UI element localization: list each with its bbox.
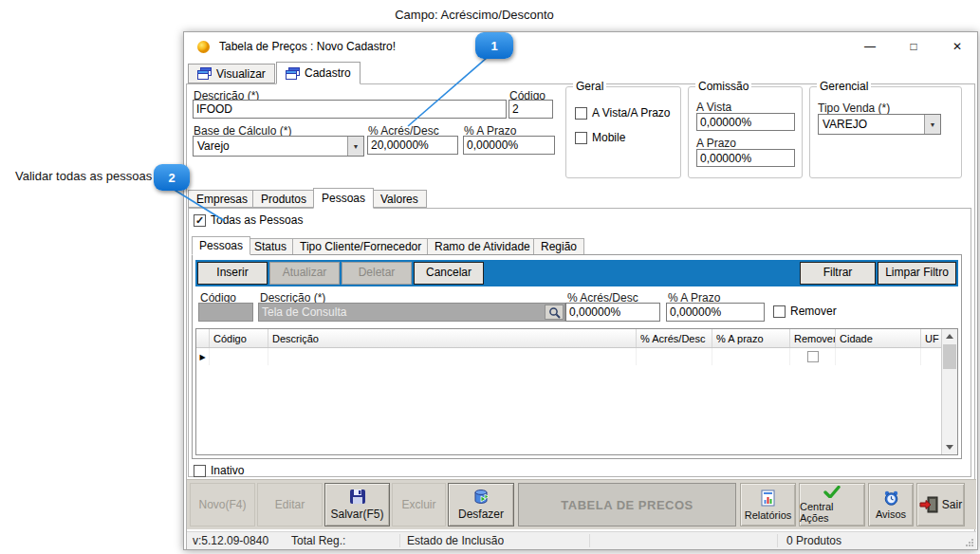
status-bar: v:5.12.09-0840 Total Reg.: Estado de Inc… (187, 531, 976, 549)
tab-visualizar[interactable]: Visualizar (188, 64, 275, 83)
subtab-tipo-cliente-fornecedor[interactable]: Tipo Cliente/Fornecedor (292, 238, 429, 255)
deletar-button[interactable]: Deletar (342, 262, 412, 285)
tipo-venda-value: VAREJO (819, 118, 924, 131)
todas-pessoas-checkbox[interactable]: ✓ Todas as Pessoas (194, 213, 303, 227)
filtrar-button[interactable]: Filtrar (800, 262, 876, 285)
search-button[interactable] (545, 305, 564, 320)
salvar-label: Salvar(F5) (330, 508, 383, 521)
minimize-button[interactable]: — (848, 32, 892, 61)
subtab-ramo-atividade[interactable]: Ramo de Atividade (427, 238, 538, 255)
titlebar: Tabela de Preços : Novo Cadastro! — □ ✕ (184, 32, 977, 61)
tab-empresas[interactable]: Empresas (188, 190, 256, 208)
cell-descricao (268, 348, 637, 365)
checkbox-checked-box[interactable]: ✓ (194, 214, 206, 227)
search-icon (548, 306, 561, 319)
form-icon (197, 67, 212, 80)
limpar-filtro-button[interactable]: Limpar Filtro (878, 262, 956, 285)
scrollbar-thumb[interactable] (943, 344, 956, 369)
cancelar-button[interactable]: Cancelar (414, 262, 484, 285)
maximize-button[interactable]: □ (892, 32, 935, 61)
app-icon (196, 40, 211, 54)
cell-a-prazo (712, 348, 790, 365)
salvar-button[interactable]: Salvar(F5) (324, 483, 390, 526)
grid-header-descricao[interactable]: Descrição (268, 329, 637, 347)
tab-produtos[interactable]: Produtos (252, 190, 315, 208)
grid-header-a-prazo[interactable]: % A prazo (712, 329, 790, 347)
status-separator (589, 534, 590, 547)
grid-header-codigo[interactable]: Código (210, 329, 268, 347)
checkbox-box[interactable] (194, 465, 206, 477)
chevron-down-icon[interactable]: ▼ (347, 137, 363, 156)
tab-cadastro-label: Cadastro (305, 66, 351, 80)
crud-descricao-input[interactable]: Tela de Consulta (258, 303, 565, 322)
subtab-pessoas[interactable]: Pessoas (192, 236, 250, 255)
report-chart-icon (761, 489, 775, 507)
relatorios-button[interactable]: Relatórios (740, 483, 796, 526)
crud-a-prazo-input[interactable] (666, 303, 765, 322)
form-icon (286, 67, 300, 80)
tab-pessoas[interactable]: Pessoas (313, 188, 374, 209)
remover-label: Remover (790, 305, 837, 318)
close-button[interactable]: ✕ (935, 32, 979, 61)
base-calculo-select[interactable]: Varejo ▼ (193, 136, 364, 157)
sair-button[interactable]: Sair (916, 483, 965, 526)
codigo-input[interactable] (508, 100, 553, 119)
mobile-label: Mobile (592, 131, 625, 144)
editar-button[interactable]: Editar (257, 483, 323, 526)
avista-aprazo-checkbox[interactable]: A Vista/A Prazo (575, 106, 671, 120)
tab-cadastro[interactable]: Cadastro (276, 62, 361, 84)
comissao-avista-label: A Vista (696, 101, 731, 114)
descricao-input[interactable] (193, 100, 507, 119)
table-row[interactable]: ▶ (196, 348, 957, 365)
atualizar-button[interactable]: Atualizar (269, 262, 340, 285)
excluir-button[interactable]: Excluir (392, 483, 446, 526)
pessoas-grid: Código Descrição % Acrés/Desc % A prazo … (195, 328, 958, 455)
scroll-up-button[interactable] (942, 329, 957, 343)
cell-cidade (836, 348, 921, 365)
checkbox-box[interactable] (575, 107, 587, 120)
tab-valores[interactable]: Valores (372, 190, 427, 208)
mobile-checkbox[interactable]: Mobile (575, 131, 625, 144)
crud-acres-desc-input[interactable] (565, 303, 660, 322)
inativo-label: Inativo (211, 464, 244, 477)
resize-grip[interactable] (965, 538, 973, 546)
grid-header-acres-desc[interactable]: % Acrés/Desc (637, 329, 712, 347)
central-acoes-button[interactable]: Central Ações (799, 483, 865, 526)
desfazer-label: Desfazer (458, 508, 504, 521)
checkbox-box[interactable] (773, 305, 786, 318)
inativo-checkbox[interactable]: Inativo (194, 464, 244, 477)
crud-codigo-input[interactable] (198, 303, 253, 322)
avista-aprazo-label: A Vista/A Prazo (592, 106, 671, 120)
total-reg-label: Total Reg.: (291, 534, 345, 547)
vertical-scrollbar[interactable] (941, 329, 957, 454)
grid-header-cidade[interactable]: Cidade (836, 329, 921, 347)
crud-descricao-value: Tela de Consulta (262, 305, 346, 319)
inserir-button[interactable]: Inserir (197, 262, 268, 285)
table-name-panel: TABELA DE PRECOS (518, 483, 736, 526)
checkbox-box[interactable] (575, 132, 587, 144)
floppy-disk-icon (349, 489, 366, 505)
scroll-down-button[interactable] (942, 440, 957, 454)
tipo-venda-select[interactable]: VAREJO ▼ (818, 114, 941, 135)
subtab-regiao[interactable]: Região (533, 238, 584, 255)
groupbox-geral: Geral A Vista/A Prazo Mobile (565, 86, 681, 178)
status-separator (777, 534, 778, 547)
avisos-button[interactable]: Avisos (868, 483, 914, 526)
subtab-status[interactable]: Status (247, 238, 294, 255)
chevron-down-icon[interactable]: ▼ (924, 115, 940, 134)
status-separator (399, 534, 400, 547)
relatorios-label: Relatórios (745, 509, 792, 521)
row-remover-checkbox[interactable] (807, 351, 819, 362)
a-prazo-input[interactable] (463, 136, 555, 155)
desfazer-button[interactable]: Desfazer (448, 483, 514, 526)
comissao-avista-input[interactable] (696, 113, 795, 131)
grid-header-remover[interactable]: Remover (790, 329, 836, 347)
todas-pessoas-label: Todas as Pessoas (211, 213, 303, 227)
comissao-aprazo-input[interactable] (696, 149, 795, 167)
remover-checkbox[interactable]: Remover (773, 305, 837, 318)
sair-label: Sair (942, 498, 962, 511)
central-acoes-label: Central Ações (800, 501, 864, 524)
cell-remover (790, 348, 836, 365)
acres-desc-input[interactable] (367, 136, 458, 155)
novo-button[interactable]: Novo(F4) (190, 483, 255, 526)
